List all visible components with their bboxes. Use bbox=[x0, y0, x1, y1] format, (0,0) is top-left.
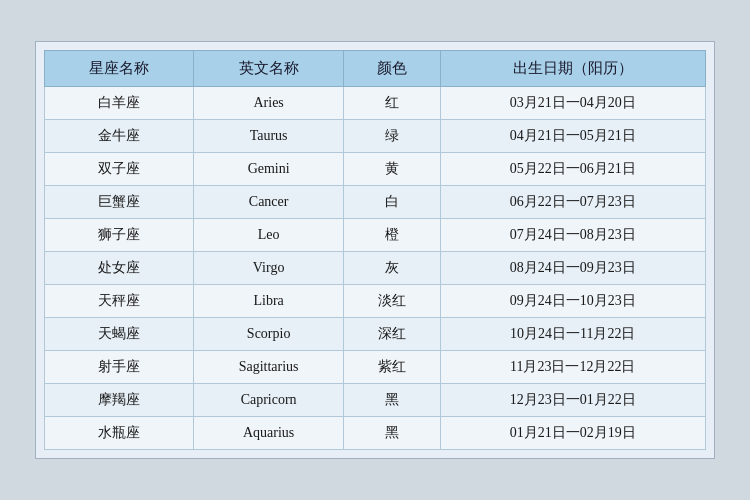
cell-english-name: Taurus bbox=[194, 120, 343, 153]
cell-color: 橙 bbox=[343, 219, 440, 252]
cell-english-name: Gemini bbox=[194, 153, 343, 186]
cell-dates: 09月24日一10月23日 bbox=[440, 285, 705, 318]
cell-chinese-name: 摩羯座 bbox=[45, 384, 194, 417]
cell-english-name: Capricorn bbox=[194, 384, 343, 417]
cell-dates: 10月24日一11月22日 bbox=[440, 318, 705, 351]
table-body: 白羊座Aries红03月21日一04月20日金牛座Taurus绿04月21日一0… bbox=[45, 87, 706, 450]
cell-dates: 06月22日一07月23日 bbox=[440, 186, 705, 219]
cell-english-name: Scorpio bbox=[194, 318, 343, 351]
cell-color: 黑 bbox=[343, 417, 440, 450]
table-row: 摩羯座Capricorn黑12月23日一01月22日 bbox=[45, 384, 706, 417]
cell-color: 黄 bbox=[343, 153, 440, 186]
cell-chinese-name: 射手座 bbox=[45, 351, 194, 384]
header-chinese-name: 星座名称 bbox=[45, 51, 194, 87]
table-row: 巨蟹座Cancer白06月22日一07月23日 bbox=[45, 186, 706, 219]
table-row: 双子座Gemini黄05月22日一06月21日 bbox=[45, 153, 706, 186]
cell-dates: 01月21日一02月19日 bbox=[440, 417, 705, 450]
table-header-row: 星座名称 英文名称 颜色 出生日期（阳历） bbox=[45, 51, 706, 87]
zodiac-table-container: 星座名称 英文名称 颜色 出生日期（阳历） 白羊座Aries红03月21日一04… bbox=[35, 41, 715, 459]
table-row: 金牛座Taurus绿04月21日一05月21日 bbox=[45, 120, 706, 153]
cell-dates: 04月21日一05月21日 bbox=[440, 120, 705, 153]
cell-chinese-name: 白羊座 bbox=[45, 87, 194, 120]
cell-color: 灰 bbox=[343, 252, 440, 285]
cell-color: 紫红 bbox=[343, 351, 440, 384]
cell-english-name: Aries bbox=[194, 87, 343, 120]
cell-dates: 05月22日一06月21日 bbox=[440, 153, 705, 186]
cell-english-name: Virgo bbox=[194, 252, 343, 285]
header-color: 颜色 bbox=[343, 51, 440, 87]
cell-english-name: Sagittarius bbox=[194, 351, 343, 384]
cell-english-name: Cancer bbox=[194, 186, 343, 219]
table-row: 射手座Sagittarius紫红11月23日一12月22日 bbox=[45, 351, 706, 384]
cell-english-name: Leo bbox=[194, 219, 343, 252]
cell-dates: 12月23日一01月22日 bbox=[440, 384, 705, 417]
cell-chinese-name: 天秤座 bbox=[45, 285, 194, 318]
table-row: 天蝎座Scorpio深红10月24日一11月22日 bbox=[45, 318, 706, 351]
cell-color: 绿 bbox=[343, 120, 440, 153]
cell-english-name: Aquarius bbox=[194, 417, 343, 450]
cell-chinese-name: 金牛座 bbox=[45, 120, 194, 153]
table-row: 水瓶座Aquarius黑01月21日一02月19日 bbox=[45, 417, 706, 450]
cell-dates: 03月21日一04月20日 bbox=[440, 87, 705, 120]
cell-color: 红 bbox=[343, 87, 440, 120]
cell-chinese-name: 狮子座 bbox=[45, 219, 194, 252]
cell-chinese-name: 处女座 bbox=[45, 252, 194, 285]
cell-color: 白 bbox=[343, 186, 440, 219]
cell-dates: 07月24日一08月23日 bbox=[440, 219, 705, 252]
cell-chinese-name: 双子座 bbox=[45, 153, 194, 186]
cell-color: 深红 bbox=[343, 318, 440, 351]
cell-chinese-name: 巨蟹座 bbox=[45, 186, 194, 219]
table-row: 处女座Virgo灰08月24日一09月23日 bbox=[45, 252, 706, 285]
cell-dates: 11月23日一12月22日 bbox=[440, 351, 705, 384]
cell-english-name: Libra bbox=[194, 285, 343, 318]
header-dates: 出生日期（阳历） bbox=[440, 51, 705, 87]
table-row: 天秤座Libra淡红09月24日一10月23日 bbox=[45, 285, 706, 318]
table-row: 狮子座Leo橙07月24日一08月23日 bbox=[45, 219, 706, 252]
header-english-name: 英文名称 bbox=[194, 51, 343, 87]
table-row: 白羊座Aries红03月21日一04月20日 bbox=[45, 87, 706, 120]
cell-chinese-name: 天蝎座 bbox=[45, 318, 194, 351]
cell-color: 黑 bbox=[343, 384, 440, 417]
zodiac-table: 星座名称 英文名称 颜色 出生日期（阳历） 白羊座Aries红03月21日一04… bbox=[44, 50, 706, 450]
cell-chinese-name: 水瓶座 bbox=[45, 417, 194, 450]
cell-color: 淡红 bbox=[343, 285, 440, 318]
cell-dates: 08月24日一09月23日 bbox=[440, 252, 705, 285]
